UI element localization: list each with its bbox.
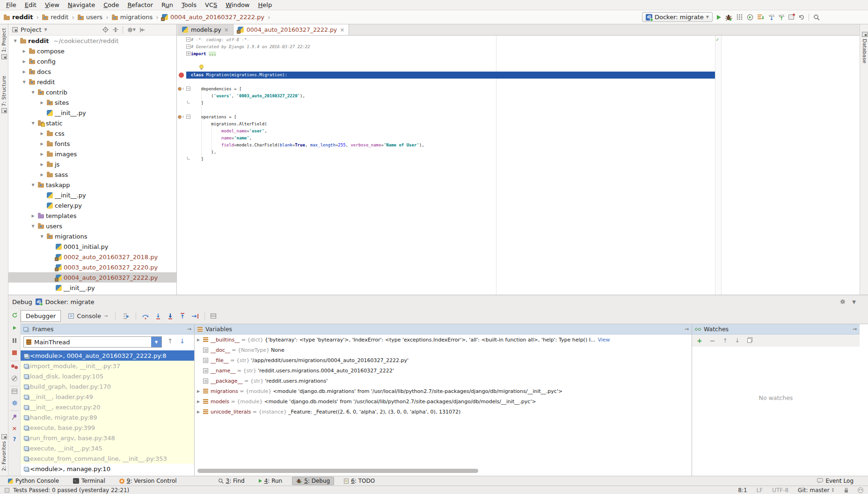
chevron-collapsed-icon[interactable] — [21, 70, 27, 74]
breadcrumb-item-file[interactable]: 0004_auto_20160327_2222.py — [162, 14, 264, 21]
breadcrumb-item[interactable]: users — [78, 14, 102, 21]
caret-position[interactable]: 8:1 — [738, 487, 747, 494]
frame-row[interactable]: import_module, __init__.py:37 — [21, 361, 194, 371]
lock-icon[interactable] — [844, 487, 848, 493]
tree-item[interactable]: fonts — [8, 138, 176, 149]
add-watch-button[interactable]: + — [697, 337, 702, 344]
chevron-collapsed-icon[interactable] — [39, 131, 45, 136]
hide-panel-button[interactable] — [140, 27, 146, 33]
help-button[interactable]: ? — [11, 436, 18, 442]
vcs-update-button[interactable]: ↓ — [769, 15, 774, 20]
tree-item[interactable]: 0001_initial.py — [8, 241, 176, 252]
tree-item-selected[interactable]: 0004_auto_20160327_2222.py — [8, 272, 176, 283]
chevron-expanded-icon[interactable] — [30, 183, 36, 187]
breakpoint-icon[interactable] — [179, 73, 184, 78]
chevron-collapsed-icon[interactable] — [39, 142, 45, 146]
float-panel-icon[interactable] — [853, 326, 857, 332]
toolbtn-event-log[interactable]: Event Log — [813, 477, 858, 485]
tree-item[interactable]: migrations — [8, 231, 176, 241]
variable-row[interactable]: migrations = {module}<module 'django.db.… — [195, 386, 692, 396]
frame-row-selected[interactable]: <module>, 0004_auto_20160327_2222.py:8 — [21, 350, 194, 361]
menu-vcs[interactable]: VCS — [201, 1, 221, 8]
search-icon[interactable] — [813, 14, 820, 21]
git-branch-widget[interactable]: Git: master↕ — [798, 487, 835, 494]
settings-gear-icon[interactable]: ▼ — [127, 27, 136, 33]
frame-row[interactable]: load_disk, loader.py:105 — [21, 371, 194, 381]
frame-row[interactable]: __init__, loader.py:49 — [21, 392, 194, 402]
gutter-attribute-icon[interactable]: ↑ — [178, 87, 184, 91]
status-message[interactable]: Tests Passed: 0 passed (yesterday 22:21) — [13, 487, 129, 494]
profiler-button[interactable] — [747, 14, 753, 21]
tree-item[interactable]: config — [8, 56, 176, 66]
move-up-button[interactable]: ↑ — [722, 337, 727, 344]
thread-dropdown-button[interactable] — [151, 337, 161, 347]
tree-item[interactable]: sites — [8, 97, 176, 108]
tool-window-toggle-icon[interactable] — [5, 488, 9, 493]
frame-row[interactable]: build_graph, loader.py:170 — [21, 381, 194, 392]
code-editor[interactable]: ↑ ↑ # -*- coding: utf-8 -*- # Generated … — [177, 36, 860, 295]
tab-debugger[interactable]: Debugger — [21, 310, 61, 322]
tree-item[interactable]: css — [8, 128, 176, 138]
tree-item[interactable]: __init__.py — [8, 190, 176, 200]
error-stripe[interactable] — [715, 36, 722, 295]
next-frame-button[interactable]: ↓ — [180, 337, 185, 345]
tree-item[interactable]: taskapp — [8, 180, 176, 190]
encoding-indicator[interactable]: UTF-8 — [772, 487, 788, 494]
menu-view[interactable]: View — [41, 1, 64, 8]
frame-row[interactable]: <module>, manage.py:10 — [21, 464, 194, 474]
chevron-collapsed-icon[interactable] — [30, 214, 36, 218]
thread-selector[interactable]: MainThread — [23, 336, 162, 348]
toolbtn-python-console[interactable]: Python Console — [4, 477, 63, 485]
resume-button[interactable] — [11, 326, 18, 330]
chevron-down-icon[interactable]: ▼ — [44, 28, 47, 32]
vcs-commit-button[interactable]: ↑ — [779, 15, 784, 20]
view-link[interactable]: View — [598, 337, 610, 343]
chevron-collapsed-icon[interactable] — [197, 410, 203, 414]
tree-item[interactable]: docs — [8, 66, 176, 77]
frame-row[interactable]: execute_from_command_line, __init__.py:3… — [21, 453, 194, 464]
chevron-collapsed-icon[interactable] — [39, 101, 45, 105]
chevron-collapsed-icon[interactable] — [21, 59, 27, 64]
menu-navigate[interactable]: Navigate — [64, 1, 99, 8]
debug-button[interactable] — [725, 14, 732, 21]
fold-marker-icon[interactable] — [186, 44, 190, 49]
horizontal-scrollbar[interactable] — [197, 469, 478, 473]
step-out-button[interactable] — [179, 313, 186, 320]
toolbtn-run[interactable]: 4: Run — [255, 477, 287, 485]
editor-tab-models[interactable]: models.py — [178, 24, 233, 35]
settings-gear-icon[interactable] — [840, 299, 846, 305]
fold-marker-icon[interactable] — [186, 37, 190, 42]
frame-row[interactable]: __init__, executor.py:20 — [21, 402, 194, 412]
chevron-expanded-icon[interactable] — [30, 224, 36, 228]
debugger-settings-button[interactable] — [11, 400, 18, 406]
variable-row[interactable]: __builtins__ = {dict}{'bytearray': <type… — [195, 334, 692, 345]
variable-row[interactable]: __file__ = {str}'/app/reddit/users/migra… — [195, 355, 692, 365]
rerun-button[interactable] — [11, 312, 18, 318]
pause-button[interactable] — [11, 338, 18, 343]
menu-file[interactable]: File — [2, 1, 21, 8]
frame-row[interactable]: handle, migrate.py:89 — [21, 412, 194, 422]
tool-window-tab-structure[interactable]: 7: Structure — [1, 76, 7, 113]
float-panel-icon[interactable] — [685, 326, 689, 332]
chevron-collapsed-icon[interactable] — [39, 162, 45, 167]
changes-icon[interactable] — [788, 15, 794, 20]
tree-item[interactable]: compose — [8, 46, 176, 56]
tree-item[interactable]: __init__.py — [8, 283, 176, 293]
menu-edit[interactable]: Edit — [21, 1, 41, 8]
run-to-cursor-button[interactable] — [191, 313, 199, 320]
tree-item[interactable]: templates — [8, 211, 176, 221]
toolbtn-version-control[interactable]: 9: Version Control — [115, 477, 181, 485]
tree-item[interactable]: static — [8, 118, 176, 128]
tree-item[interactable]: sass — [8, 169, 176, 180]
tree-item[interactable]: js — [8, 159, 176, 169]
variable-row[interactable]: __doc__ = {NoneType}None — [195, 345, 692, 355]
fold-marker-icon[interactable] — [186, 115, 190, 119]
tree-item[interactable]: reddit~/cookiecutter/reddit — [8, 36, 176, 46]
gutter-attribute-icon[interactable]: ↑ — [178, 115, 184, 119]
run-configuration-select[interactable]: dj Docker: migrate ▼ — [642, 12, 713, 22]
menu-refactor[interactable]: Refactor — [123, 1, 157, 8]
frame-row[interactable]: execute, __init__.py:345 — [21, 443, 194, 453]
step-over-button[interactable] — [142, 313, 149, 320]
fold-marker-icon[interactable] — [186, 51, 190, 56]
frame-row[interactable]: execute, base.py:399 — [21, 422, 194, 433]
